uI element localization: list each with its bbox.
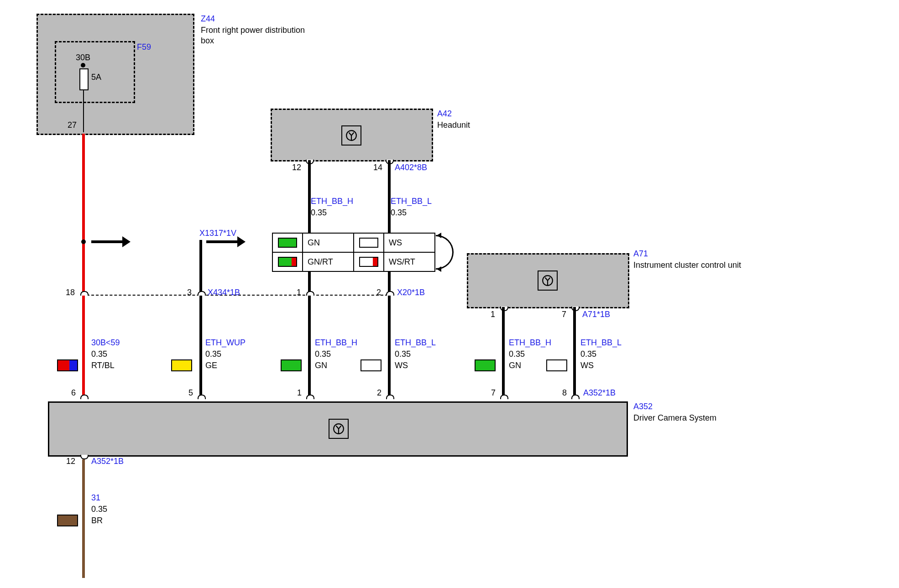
x20-id: X20*1B (397, 287, 425, 298)
f59-top-node (81, 63, 85, 68)
a71-id: A71 (633, 249, 648, 259)
col-ws2: WS (395, 360, 408, 371)
swatch-br (57, 515, 78, 526)
wire-color-table: GN WS GN/RT WS/RT (272, 233, 435, 272)
dcs-p7: 7 (491, 388, 496, 398)
pin-dcs-8 (571, 395, 580, 399)
sig-ethbbl-top: ETH_BB_L (391, 196, 432, 207)
swatch-wsrt (359, 257, 378, 267)
col-gn3: GN (509, 360, 521, 371)
a352-icon (329, 419, 349, 439)
col-br: BR (91, 515, 103, 526)
a352-name: Driver Camera System (633, 413, 716, 423)
ga-h3: 0.35 (509, 349, 525, 359)
a42-name: Headunit (437, 120, 470, 130)
ga-l2: 0.35 (395, 349, 411, 359)
x434-pin3: 3 (187, 287, 192, 298)
dcs-p8: 8 (562, 388, 567, 398)
arrow-x1317 (206, 240, 243, 243)
lbl-wsrt: WS/RT (384, 253, 434, 271)
swatch-rtbl (57, 359, 78, 371)
dcs-p5: 5 (188, 388, 193, 398)
x1317-label: X1317*1V (199, 228, 236, 239)
wire-fuse-to-pin27 (83, 89, 84, 132)
wiring-diagram: Z44 Front right power distribution box F… (0, 0, 899, 588)
dcs-pin12: 12 (66, 456, 75, 467)
a402-conn: A402*8B (395, 162, 427, 173)
ga-ethbbh-top: 0.35 (311, 208, 327, 218)
pin-x434-18 (80, 291, 89, 296)
ga-31: 0.35 (91, 504, 107, 515)
wire-ground (82, 459, 85, 578)
swatch-ws (359, 238, 378, 248)
z44-name: Front right power distribution box (201, 25, 305, 46)
a71-conn: A71*1B (582, 309, 610, 320)
dcs-p6: 6 (71, 388, 76, 398)
twist-indicator (436, 235, 454, 270)
color-row-2: GN/RT WS/RT (273, 253, 434, 271)
x20-pin2: 2 (376, 287, 381, 298)
x434-id: X434*1B (208, 287, 240, 298)
col-gn2: GN (315, 360, 327, 371)
a352-id: A352 (633, 401, 653, 412)
ga-l3: 0.35 (580, 349, 596, 359)
pin-dcs-7 (500, 395, 508, 399)
sig-h2: ETH_BB_H (315, 338, 357, 348)
fuse-body (79, 68, 89, 90)
wire-ethwup-lower (199, 296, 202, 398)
ga-30b: 0.35 (91, 349, 107, 359)
swatch-gn2 (281, 359, 302, 371)
col-ws3: WS (580, 360, 594, 371)
swatch-gn (278, 238, 297, 248)
swatch-ws3 (546, 359, 567, 371)
sig-l3: ETH_BB_L (580, 338, 622, 348)
a71-name: Instrument cluster control unit (633, 260, 741, 271)
swatch-ge (171, 359, 192, 371)
sig-ethbbh-top: ETH_BB_H (311, 196, 353, 207)
wire-30b-power (82, 134, 85, 398)
sig-31: 31 (91, 493, 100, 503)
dcs-p2: 2 (377, 388, 382, 398)
lbl-gnrt: GN/RT (303, 253, 354, 271)
pin-27: 27 (68, 120, 77, 130)
swatch-gnrt (278, 257, 297, 267)
wire-a71-l (573, 307, 576, 398)
ga-wup: 0.35 (205, 349, 221, 359)
lbl-gn: GN (303, 234, 354, 252)
pin-dcs-2 (386, 395, 394, 399)
swatch-gn3 (475, 359, 496, 371)
wire-ethwup-upper (199, 240, 202, 295)
f59-id: F59 (137, 42, 151, 52)
splice-node (81, 239, 86, 244)
a352-conn-bot: A352*1B (91, 456, 124, 467)
sig-30b: 30B<59 (91, 338, 120, 348)
sig-h3: ETH_BB_H (509, 338, 551, 348)
color-row-1: GN WS (273, 234, 434, 253)
arrow-splice (91, 240, 128, 243)
a42-id: A42 (437, 109, 452, 119)
sig-l2: ETH_BB_L (395, 338, 436, 348)
a71-pin1: 1 (491, 309, 495, 320)
pin-dcs-5 (198, 395, 206, 399)
a42-pin14: 14 (373, 162, 382, 173)
f59-terminal: 30B (76, 52, 90, 63)
a71-icon (538, 271, 558, 291)
a352-conn-top: A352*1B (583, 388, 616, 398)
pin-x20-1 (306, 291, 314, 296)
swatch-ws2 (361, 359, 382, 371)
col-rtbl: RT/BL (91, 360, 115, 371)
wire-h-lower (308, 296, 311, 398)
wire-a71-h (502, 307, 505, 398)
pin-x434-3 (198, 291, 206, 296)
x434-pin18: 18 (66, 287, 75, 298)
x20-pin1: 1 (297, 287, 301, 298)
dcs-p1: 1 (297, 388, 302, 398)
pin-x20-2 (386, 291, 394, 296)
a42-icon (341, 125, 361, 146)
lbl-ws: WS (384, 234, 434, 252)
z44-id: Z44 (201, 14, 215, 24)
wire-l-lower (388, 296, 391, 398)
ga-ethbbl-top: 0.35 (391, 208, 407, 218)
pin-dcs-1 (306, 395, 314, 399)
pin-dcs-6 (80, 395, 89, 399)
